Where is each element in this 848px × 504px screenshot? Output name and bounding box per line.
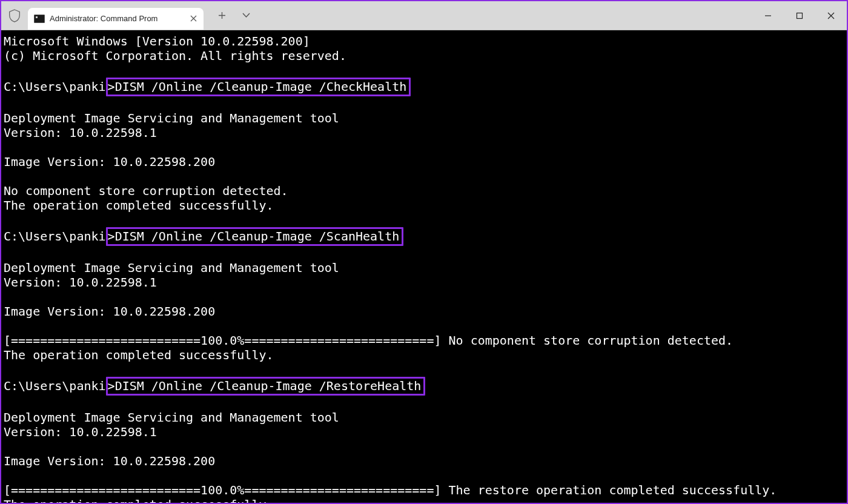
progress-bar: [==========================100.0%=======… [4,483,449,497]
window-controls [752,1,847,30]
check-result: No component store corruption detected. [4,184,288,198]
tab-dropdown-button[interactable] [234,5,258,27]
cmd-text: DISM /Online /Cleanup-Image /ScanHealth [115,229,400,244]
minimize-button[interactable] [752,1,784,30]
active-tab[interactable]: Administrator: Command Prom [28,8,204,30]
app-window: Administrator: Command Prom Mic [0,0,848,504]
tab-title: Administrator: Command Prom [50,14,183,23]
op-complete: The operation completed successfully. [4,497,274,503]
cmd-text: DISM /Online /Cleanup-Image /CheckHealth [115,79,407,94]
svg-rect-0 [797,13,803,18]
dism-title: Deployment Image Servicing and Managemen… [4,111,339,125]
dism-version: Version: 10.0.22598.1 [4,125,157,140]
os-banner: Microsoft Windows [Version 10.0.22598.20… [4,34,310,48]
dism-title: Deployment Image Servicing and Managemen… [4,410,339,425]
copyright: (c) Microsoft Corporation. All rights re… [4,48,346,63]
op-complete: The operation completed successfully. [4,198,274,213]
op-complete: The operation completed successfully. [4,348,274,362]
dism-title: Deployment Image Servicing and Managemen… [4,260,339,275]
image-version: Image Version: 10.0.22598.200 [4,304,215,319]
dism-version: Version: 10.0.22598.1 [4,275,157,290]
tab-actions [210,5,258,27]
close-window-button[interactable] [815,1,847,30]
titlebar[interactable]: Administrator: Command Prom [1,1,847,30]
image-version: Image Version: 10.0.22598.200 [4,154,215,169]
cmd-scanhealth: >DISM /Online /Cleanup-Image /ScanHealth [106,227,404,246]
new-tab-button[interactable] [210,5,234,27]
shield-icon [1,1,28,30]
terminal-output[interactable]: Microsoft Windows [Version 10.0.22598.20… [1,30,847,503]
cmd-icon [34,15,45,23]
dism-version: Version: 10.0.22598.1 [4,425,157,439]
restore-result: The restore operation completed successf… [449,483,777,497]
cmd-restorehealth: >DISM /Online /Cleanup-Image /RestoreHea… [106,377,426,396]
prompt: C:\Users\panki [4,379,106,393]
maximize-button[interactable] [784,1,815,30]
close-tab-button[interactable] [188,13,199,24]
scan-result: No component store corruption detected. [449,333,734,348]
prompt: C:\Users\panki [4,79,106,94]
cmd-checkhealth: >DISM /Online /Cleanup-Image /CheckHealt… [106,78,411,96]
cmd-text: DISM /Online /Cleanup-Image /RestoreHeal… [115,379,422,393]
image-version: Image Version: 10.0.22598.200 [4,454,215,468]
progress-bar: [==========================100.0%=======… [4,333,449,348]
prompt: C:\Users\panki [4,229,106,244]
